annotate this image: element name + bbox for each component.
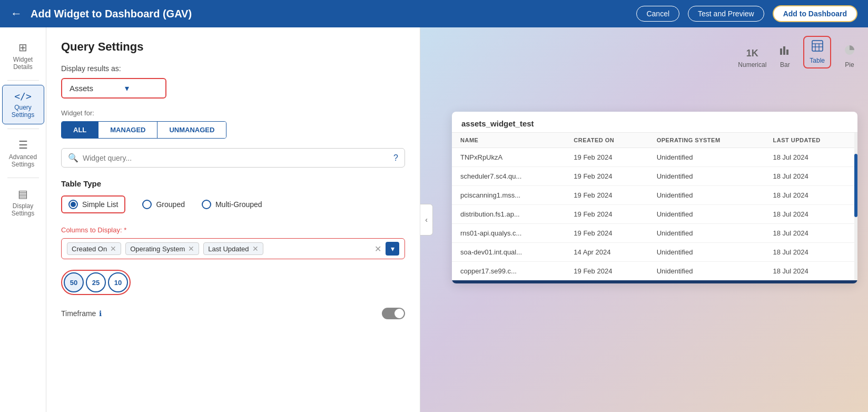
- radio-outer: [68, 200, 78, 209]
- search-input[interactable]: [83, 154, 389, 162]
- page-size-25[interactable]: 25: [86, 272, 106, 292]
- tab-all[interactable]: ALL: [62, 122, 98, 138]
- page-size-50[interactable]: 50: [64, 272, 84, 292]
- col-header-name: NAME: [452, 133, 565, 148]
- collapse-button[interactable]: ‹: [420, 204, 433, 236]
- sidebar-item-query-settings[interactable]: </> Query Settings: [2, 85, 44, 124]
- radio-simple-list[interactable]: Simple List: [61, 195, 125, 213]
- display-dropdown-container: Assets ▾: [61, 78, 405, 99]
- radio-outer-grouped: [142, 200, 152, 209]
- table-cell: Unidentified: [648, 167, 765, 186]
- table-cell: Unidentified: [648, 243, 765, 262]
- table-cell: Unidentified: [648, 186, 765, 205]
- widget-type-label: Bar: [780, 61, 790, 68]
- test-preview-button[interactable]: Test and Preview: [688, 6, 764, 22]
- table-cell: Unidentified: [648, 148, 765, 167]
- svg-rect-0: [780, 48, 782, 55]
- table-cell: Unidentified: [648, 205, 765, 224]
- widget-for-tabs: ALL MANAGED UNMANAGED: [61, 121, 226, 139]
- radio-inner: [71, 202, 76, 207]
- table-cell: 18 Jul 2024: [765, 205, 857, 224]
- table-cell: 14 Apr 2024: [565, 243, 648, 262]
- table-cell: scheduler7.sc4.qu...: [452, 167, 565, 186]
- columns-input-container[interactable]: Created On ✕ Operating System ✕ Last Upd…: [61, 238, 405, 259]
- columns-label: Columns to Display: *: [61, 226, 405, 234]
- page-size-group: 50 25 10: [61, 270, 131, 295]
- add-dashboard-button[interactable]: Add to Dashboard: [773, 5, 857, 22]
- timeframe-row: Timeframe ℹ: [61, 306, 405, 319]
- scrollbar-track: [854, 133, 857, 280]
- display-dropdown[interactable]: Assets ▾: [61, 78, 166, 99]
- svg-rect-2: [786, 50, 788, 55]
- tag-label: Created On: [72, 245, 107, 253]
- cancel-button[interactable]: Cancel: [636, 6, 679, 22]
- table-row: rns01-api.qualys.c...19 Feb 2024Unidenti…: [452, 224, 857, 243]
- table-cell: 18 Jul 2024: [765, 167, 857, 186]
- table-type-radio-group: Simple List Grouped Multi-Grouped: [61, 195, 405, 213]
- widget-type-bar[interactable]: Bar: [779, 44, 791, 68]
- table-cell: 18 Jul 2024: [765, 262, 857, 281]
- table-cell: copper17.se99.c...: [452, 262, 565, 281]
- widget-type-numerical[interactable]: 1K Numerical: [738, 48, 766, 68]
- content-area: Query Settings Display results as: Asset…: [46, 27, 420, 412]
- table-row: scheduler7.sc4.qu...19 Feb 2024Unidentif…: [452, 167, 857, 186]
- tag-label: Operating System: [130, 245, 185, 253]
- required-indicator: *: [124, 226, 126, 234]
- tag-operating-system: Operating System ✕: [125, 242, 199, 255]
- table-cell: soa-dev01.int.qual...: [452, 243, 565, 262]
- table-cell: 19 Feb 2024: [565, 262, 648, 281]
- table-cell: 18 Jul 2024: [765, 148, 857, 167]
- widget-type-label: Pie: [845, 61, 854, 68]
- table-cell: 18 Jul 2024: [765, 243, 857, 262]
- table-row: TNPxRpUkzA19 Feb 2024Unidentified18 Jul …: [452, 148, 857, 167]
- radio-label-grouped: Grouped: [156, 200, 184, 209]
- widget-type-pie[interactable]: Pie: [844, 44, 855, 68]
- preview-table: NAME CREATED ON OPERATING SYSTEM LAST UP…: [452, 133, 857, 280]
- numerical-icon: 1K: [746, 48, 758, 59]
- sidebar-item-display-settings[interactable]: ▤ Display Settings: [2, 182, 44, 222]
- col-header-operating-system: OPERATING SYSTEM: [648, 133, 765, 148]
- widget-type-label: Table: [810, 57, 825, 64]
- tab-unmanaged[interactable]: UNMANAGED: [157, 122, 226, 138]
- table-row: soa-dev01.int.qual...14 Apr 2024Unidenti…: [452, 243, 857, 262]
- widget-type-table[interactable]: Table: [803, 36, 831, 68]
- radio-grouped[interactable]: Grouped: [142, 200, 184, 209]
- page-size-10[interactable]: 10: [108, 272, 128, 292]
- sidebar-item-widget-details[interactable]: ⊞ Widget Details: [2, 36, 44, 76]
- tag-close-last-updated[interactable]: ✕: [252, 244, 259, 253]
- table-row: distribution.fs1.ap...19 Feb 2024Unident…: [452, 205, 857, 224]
- columns-dropdown-button[interactable]: ▾: [386, 242, 399, 256]
- tag-close-operating-system[interactable]: ✕: [188, 244, 194, 253]
- timeframe-toggle[interactable]: [382, 308, 405, 319]
- sidebar-nav: ⊞ Widget Details </> Query Settings ☰ Ad…: [0, 27, 46, 412]
- dropdown-value: Assets: [70, 84, 93, 93]
- timeframe-info-icon[interactable]: ℹ: [99, 309, 102, 318]
- tab-managed[interactable]: MANAGED: [98, 122, 157, 138]
- table-cell: 19 Feb 2024: [565, 148, 648, 167]
- nav-divider: [7, 178, 39, 178]
- advanced-settings-icon: ☰: [18, 139, 28, 151]
- help-icon[interactable]: ?: [393, 153, 398, 163]
- widget-type-label: Numerical: [738, 61, 766, 68]
- svg-rect-1: [783, 46, 785, 55]
- chevron-down-icon: ▾: [125, 83, 129, 93]
- table-cell: 19 Feb 2024: [565, 224, 648, 243]
- pagination-group: 50 25 10: [61, 270, 405, 295]
- radio-label-multi-grouped: Multi-Grouped: [215, 200, 262, 209]
- toggle-knob: [394, 309, 404, 318]
- table-row: copper17.se99.c...19 Feb 2024Unidentifie…: [452, 262, 857, 281]
- radio-multi-grouped[interactable]: Multi-Grouped: [202, 200, 262, 209]
- scrollbar-thumb[interactable]: [854, 154, 857, 217]
- sidebar-item-advanced-settings[interactable]: ☰ Advanced Settings: [2, 133, 44, 173]
- table-cell: 18 Jul 2024: [765, 224, 857, 243]
- timeframe-label: Timeframe ℹ: [61, 309, 102, 318]
- back-button[interactable]: ←: [11, 7, 22, 21]
- sidebar-item-label: Widget Details: [4, 56, 42, 71]
- tag-close-created-on[interactable]: ✕: [110, 244, 116, 253]
- columns-clear-button[interactable]: ✕: [374, 244, 381, 254]
- tag-created-on: Created On ✕: [67, 242, 121, 255]
- nav-divider: [7, 129, 39, 129]
- preview-table-title: assets_widget_test: [452, 112, 857, 133]
- table-cell: Unidentified: [648, 224, 765, 243]
- display-results-label: Display results as:: [61, 64, 405, 73]
